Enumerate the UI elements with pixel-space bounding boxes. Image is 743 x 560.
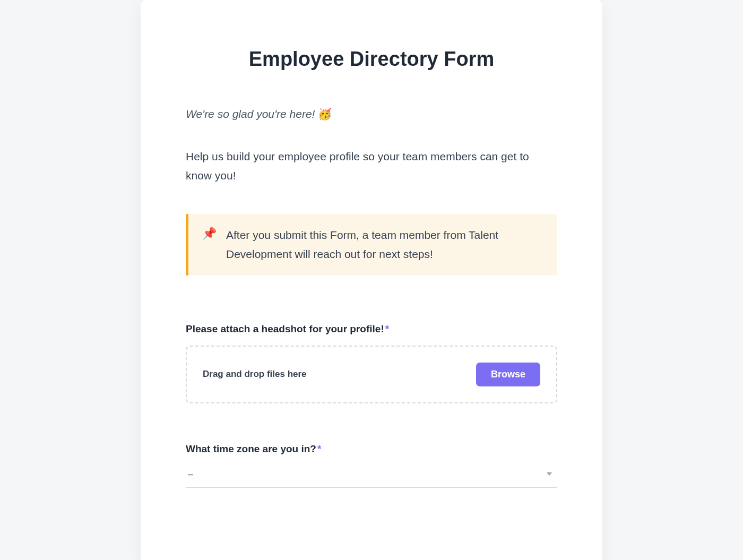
file-dropzone[interactable]: Drag and drop files here Browse [186, 346, 557, 403]
info-callout: 📌 After you submit this Form, a team mem… [186, 214, 557, 275]
form-title: Employee Directory Form [186, 48, 557, 71]
form-description: Help us build your employee profile so y… [186, 147, 557, 185]
browse-button[interactable]: Browse [476, 363, 540, 386]
pushpin-icon: 📌 [202, 226, 217, 242]
form-inner: Employee Directory Form We're so glad yo… [186, 48, 557, 488]
dropzone-hint: Drag and drop files here [203, 369, 307, 380]
required-indicator: * [385, 323, 389, 334]
headshot-label: Please attach a headshot for your profil… [186, 323, 557, 335]
timezone-selected-value: – [188, 469, 193, 480]
chevron-down-icon [547, 472, 552, 476]
welcome-message: We're so glad you're here! 🥳 [186, 108, 557, 120]
timezone-field: What time zone are you in?* – [186, 443, 557, 488]
timezone-select[interactable]: – [186, 466, 557, 488]
headshot-field: Please attach a headshot for your profil… [186, 323, 557, 403]
timezone-label: What time zone are you in?* [186, 443, 557, 455]
callout-message: After you submit this Form, a team membe… [226, 226, 543, 263]
party-face-emoji: 🥳 [318, 108, 332, 120]
timezone-label-text: What time zone are you in? [186, 443, 316, 454]
welcome-text: We're so glad you're here! [186, 108, 318, 120]
headshot-label-text: Please attach a headshot for your profil… [186, 323, 384, 334]
page-background: Employee Directory Form We're so glad yo… [0, 0, 743, 560]
required-indicator: * [317, 443, 321, 454]
form-card: Employee Directory Form We're so glad yo… [141, 0, 602, 560]
